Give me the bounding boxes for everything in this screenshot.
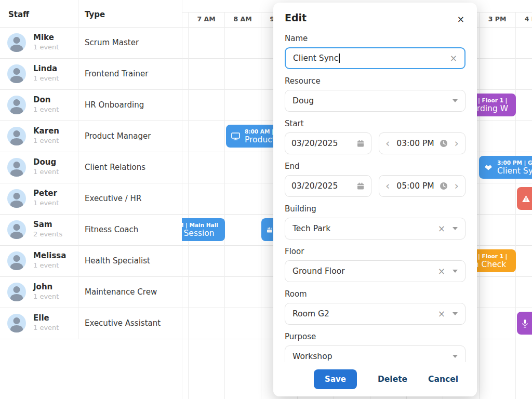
hour-label: 4 PM (515, 15, 532, 28)
chevron-down-icon[interactable] (453, 99, 458, 102)
name-value[interactable]: Client Sync (293, 54, 450, 63)
room-label: Room (285, 289, 466, 299)
avatar (7, 189, 26, 208)
end-date-input[interactable]: 03/20/2025 (285, 175, 371, 197)
staff-event-count: 1 event (33, 324, 59, 331)
avatar (7, 33, 26, 52)
start-date-input[interactable]: 03/20/2025 (285, 132, 371, 154)
event-meta: 3:00 PM | Ground Floor | (497, 159, 532, 166)
warning-icon (522, 195, 530, 203)
time-prev-icon[interactable]: ‹ (385, 181, 390, 192)
staff-row: John 1 event Maintenance Crew (0, 276, 182, 308)
staff-row: Linda 1 event Frontend Trainer (0, 58, 182, 89)
scheduler-app: Staff Type Mike 1 event Scrum Master Lin… (0, 0, 532, 399)
chevron-down-icon[interactable] (453, 355, 458, 358)
hour-gridline (261, 12, 261, 399)
time-next-icon[interactable]: › (455, 138, 459, 149)
modal-title: Edit (285, 12, 466, 23)
avatar (7, 127, 26, 145)
handshake-icon (484, 164, 493, 171)
staff-name: Peter (33, 189, 57, 198)
staff-row: Peter 1 event Executive / HR (0, 183, 182, 214)
end-time-input[interactable]: ‹ 05:00 PM › (379, 175, 466, 197)
end-date-value: 03/20/2025 (291, 181, 356, 191)
name-label: Name (285, 34, 466, 43)
monitor-icon (231, 132, 241, 141)
purpose-select[interactable]: Workshop (285, 345, 466, 362)
close-icon[interactable]: × (457, 15, 464, 24)
staff-row: Sam 2 events Fitness Coach (0, 214, 182, 245)
resource-label: Resource (285, 76, 466, 86)
end-label: End (285, 162, 466, 171)
hour-label: 7 AM (188, 15, 224, 28)
clock-icon[interactable] (440, 139, 448, 148)
calendar-icon[interactable] (356, 139, 365, 148)
staff-event-count: 1 event (33, 199, 59, 207)
clear-room-icon[interactable]: × (438, 310, 445, 318)
staff-type: HR Onboarding (85, 100, 144, 110)
avatar (7, 220, 26, 239)
staff-name: Karen (33, 126, 59, 136)
event-chip[interactable]: 6:00 AM | Main Hall Yoga Session (182, 218, 225, 241)
building-select[interactable]: Tech Park × (285, 218, 466, 240)
clear-floor-icon[interactable]: × (438, 267, 445, 276)
staff-name: Sam (33, 220, 52, 229)
staff-name: Elle (33, 313, 49, 323)
staff-event-count: 1 event (33, 137, 59, 144)
time-next-icon[interactable]: › (455, 181, 459, 192)
building-value: Tech Park (292, 224, 438, 233)
calendar-icon[interactable] (356, 182, 365, 190)
mic-icon (522, 319, 528, 328)
chevron-down-icon[interactable] (453, 270, 458, 273)
staff-event-count: 1 event (33, 43, 59, 51)
clear-name-icon[interactable]: × (450, 54, 457, 63)
save-button[interactable]: Save (314, 369, 357, 389)
staff-type: Executive / HR (85, 194, 141, 203)
avatar (7, 64, 26, 83)
modal-footer: Save Delete Cancel (273, 362, 477, 396)
chevron-down-icon[interactable] (453, 312, 458, 315)
staff-column-header: Staff (8, 0, 29, 27)
staff-event-count: 1 event (33, 292, 59, 300)
hour-gridline (515, 12, 516, 399)
staff-type: Maintenance Crew (85, 287, 157, 297)
room-select[interactable]: Room G2 × (285, 303, 466, 325)
cake-icon (266, 226, 273, 233)
cancel-button[interactable]: Cancel (428, 375, 458, 384)
edit-event-modal: Edit × Name Client Sync × Resource Doug … (273, 3, 477, 396)
floor-select[interactable]: Ground Floor × (285, 260, 466, 282)
staff-event-count: 1 event (33, 261, 59, 269)
staff-type: Client Relations (85, 163, 145, 172)
staff-type: Executive Assistant (85, 318, 161, 328)
chevron-down-icon[interactable] (453, 227, 458, 230)
staff-event-count: 1 event (33, 105, 59, 113)
staff-event-count: 2 events (33, 230, 62, 238)
resource-select[interactable]: Doug (285, 90, 466, 112)
event-chip[interactable] (517, 312, 532, 335)
time-prev-icon[interactable]: ‹ (385, 138, 390, 149)
floor-label: Floor (285, 247, 466, 256)
delete-button[interactable]: Delete (378, 375, 407, 384)
staff-row: Doug 1 event Client Relations (0, 152, 182, 183)
staff-name: Don (33, 95, 50, 104)
edit-modal-body: Edit × Name Client Sync × Resource Doug … (273, 3, 477, 362)
resource-value: Doug (292, 96, 445, 105)
clear-building-icon[interactable]: × (438, 224, 445, 233)
event-meta: 6:00 AM | Main Hall (182, 221, 218, 229)
event-chip[interactable]: 3:00 PM | Ground Floor | Client Sync (479, 156, 532, 179)
event-title: Yoga Session (182, 229, 218, 238)
start-time-input[interactable]: ‹ 03:00 PM › (379, 132, 466, 154)
staff-row: Mike 1 event Scrum Master (0, 27, 182, 58)
purpose-value: Workshop (292, 352, 445, 361)
clock-icon[interactable] (440, 182, 448, 190)
staff-type: Health Specialist (85, 256, 150, 265)
event-chip[interactable] (517, 187, 532, 210)
name-input[interactable]: Client Sync × (285, 47, 466, 69)
avatar (7, 96, 26, 114)
staff-row: Elle 1 event Executive Assistant (0, 308, 182, 339)
avatar (7, 314, 26, 332)
purpose-label: Purpose (285, 332, 466, 341)
start-time-value: 03:00 PM (396, 139, 434, 148)
hour-label: 8 AM (224, 15, 261, 28)
staff-name: Linda (33, 64, 57, 73)
